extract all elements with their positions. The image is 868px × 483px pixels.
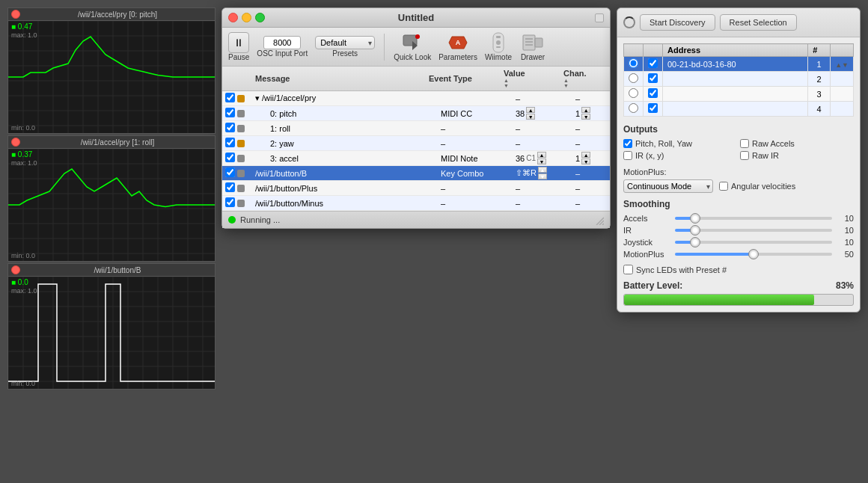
drawer-button[interactable] (519, 32, 546, 53)
parameters-button[interactable]: A (444, 32, 471, 53)
addr-arrows-2[interactable] (831, 87, 854, 102)
quick-look-button[interactable] (399, 32, 426, 53)
col-header-chan[interactable]: Chan. ▲▼ (560, 69, 598, 88)
col-header-value[interactable]: Value ▲▼ (501, 69, 560, 88)
row-color-1 (237, 110, 252, 117)
output-ir-xy[interactable]: IR (x, y) (623, 151, 737, 160)
addr-row[interactable]: 2 (624, 72, 854, 87)
output-pitch-roll-yaw[interactable]: Pitch, Roll, Yaw (623, 139, 737, 148)
window-resize-btn[interactable] (595, 13, 604, 22)
smoothing-title: Smoothing (623, 199, 854, 209)
osc-max-pitch: max: 1.0 (11, 31, 37, 39)
angular-velocities-checkbox[interactable] (719, 182, 728, 191)
row-checkbox-1[interactable] (222, 108, 237, 119)
parameters-label: Parameters (438, 53, 477, 61)
row-message-7: /wii/1/button/Minus (252, 198, 438, 209)
smoothing-slider-2[interactable] (675, 241, 832, 244)
addr-row[interactable]: 4 (624, 102, 854, 117)
addr-checkbox-2[interactable] (644, 87, 663, 102)
sync-leds-checkbox[interactable] (623, 265, 633, 274)
addr-radio-1[interactable] (624, 72, 644, 87)
row-color-7 (237, 200, 252, 207)
smoothing-value-2: 10 (835, 238, 854, 247)
addr-checkbox-1[interactable] (644, 72, 663, 87)
osc-port-input[interactable] (263, 36, 301, 49)
osc-value-roll: ■ 0.37 (11, 150, 32, 159)
row-event-4: MIDI Note (438, 153, 513, 164)
output-pitch-checkbox[interactable] (623, 139, 632, 148)
row-message-4: 3: accel (252, 153, 438, 164)
value-stepper-4[interactable]: ▲▼ (537, 152, 546, 164)
start-discovery-button[interactable]: Start Discovery (640, 14, 715, 31)
addr-checkbox-0[interactable] (644, 57, 663, 72)
osc-close-btn-roll[interactable] (11, 138, 20, 147)
table-row[interactable]: 2: yaw – – – (222, 136, 610, 151)
addr-row[interactable]: 3 (624, 87, 854, 102)
output-raw-accels-checkbox[interactable] (740, 139, 749, 148)
osc-min-pitch: min: 0.0 (11, 124, 35, 132)
table-row[interactable]: 1: roll – – – (222, 121, 610, 136)
presets-select[interactable]: Default (315, 36, 375, 49)
window-minimize-btn[interactable] (242, 13, 251, 22)
motionplus-select-wrapper[interactable]: Continuous Mode (623, 179, 713, 193)
addr-checkbox-3[interactable] (644, 102, 663, 117)
addr-num-3: 4 (808, 102, 831, 117)
addr-radio-3[interactable] (624, 102, 644, 117)
addr-col-num: # (808, 44, 831, 57)
chan-stepper-4[interactable]: ▲▼ (581, 152, 590, 164)
motionplus-select[interactable]: Continuous Mode (623, 179, 713, 193)
output-raw-ir[interactable]: Raw IR (740, 151, 854, 160)
presets-select-wrapper[interactable]: Default (315, 36, 375, 49)
row-checkbox-5[interactable] (222, 167, 237, 179)
window-maximize-btn[interactable] (255, 13, 265, 22)
smoothing-slider-3[interactable] (675, 253, 832, 256)
angular-velocities-label[interactable]: Angular velocities (719, 182, 795, 191)
row-checkbox-7[interactable] (222, 197, 237, 209)
table-row[interactable]: /wii/1/button/Plus – – – (222, 181, 610, 196)
table-row[interactable]: 3: accel MIDI Note 36 C1 ▲▼ 1 ▲▼ (222, 151, 610, 166)
wiimote-button[interactable] (485, 32, 512, 53)
addr-arrows-3[interactable] (831, 102, 854, 117)
svg-rect-8 (523, 35, 535, 50)
window-close-btn[interactable] (228, 13, 238, 22)
row-color-3 (237, 140, 252, 147)
table-row[interactable]: ▾ /wii/1/accel/pry – – (222, 91, 610, 106)
row-checkbox-2[interactable] (222, 123, 237, 134)
resize-handle[interactable] (593, 215, 604, 225)
addr-row[interactable]: 00-21-bd-03-16-80 1 ▲▼ (624, 57, 854, 72)
row-checkbox-6[interactable] (222, 182, 237, 194)
addr-num-2: 3 (808, 87, 831, 102)
value-stepper-1[interactable]: ▲▼ (526, 107, 535, 120)
drawer-icon (522, 34, 544, 52)
addr-arrows-0[interactable]: ▲▼ (831, 57, 854, 72)
osc-close-btn-pitch[interactable] (11, 10, 20, 19)
osc-min-button: min: 0.0 (11, 380, 35, 387)
osc-waveform-button (8, 277, 215, 389)
output-raw-ir-checkbox[interactable] (740, 151, 749, 160)
output-ir-checkbox[interactable] (623, 151, 632, 160)
row-checkbox-0[interactable] (222, 93, 237, 104)
row-checkbox-3[interactable] (222, 138, 237, 149)
col-header-message[interactable]: Message (252, 74, 426, 83)
output-raw-accels[interactable]: Raw Accels (740, 139, 854, 148)
row-value-3: – (513, 138, 572, 149)
addr-arrows-1[interactable] (831, 72, 854, 87)
smoothing-slider-0[interactable] (675, 217, 832, 220)
svg-point-2 (415, 34, 420, 39)
table-row[interactable]: /wii/1/button/Minus – – – (222, 196, 610, 211)
row-chan-0: – (572, 93, 610, 104)
addr-radio-0[interactable] (624, 57, 644, 72)
reset-selection-button[interactable]: Reset Selection (720, 14, 797, 31)
status-bar: Running ... (222, 211, 610, 228)
addr-value-2 (663, 87, 808, 102)
row-checkbox-4[interactable] (222, 153, 237, 164)
value-stepper-5[interactable]: ▲▼ (538, 167, 547, 179)
osc-close-btn-button[interactable] (11, 265, 20, 274)
table-row[interactable]: 0: pitch MIDI CC 38 ▲▼ 1 ▲▼ (222, 106, 610, 121)
table-row[interactable]: /wii/1/button/B Key Combo ⇧⌘R ▲▼ – (222, 166, 610, 181)
col-header-event[interactable]: Event Type (426, 74, 501, 83)
addr-radio-2[interactable] (624, 87, 644, 102)
pause-button[interactable]: ⏸ (228, 32, 249, 53)
chan-stepper-1[interactable]: ▲▼ (581, 107, 590, 120)
smoothing-slider-1[interactable] (675, 229, 832, 232)
